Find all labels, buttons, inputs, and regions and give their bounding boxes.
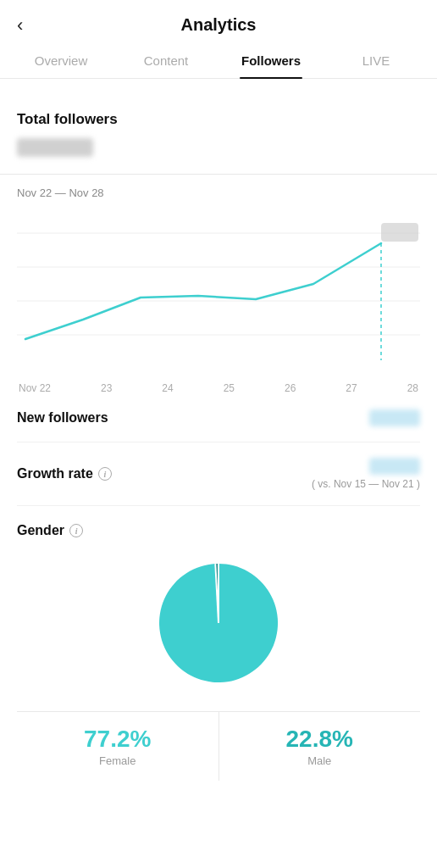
total-followers-value bbox=[17, 138, 93, 157]
new-followers-row: New followers bbox=[17, 394, 420, 442]
main-content: Total followers Nov 22 — Nov 28 Nov 22 2… bbox=[0, 79, 437, 781]
gender-pie-chart bbox=[17, 555, 420, 691]
gender-stats: 77.2% Female 22.8% Male bbox=[17, 711, 420, 781]
x-label-4: 26 bbox=[285, 382, 296, 394]
gender-info-icon[interactable]: i bbox=[69, 524, 83, 537]
tab-live[interactable]: LIVE bbox=[324, 45, 429, 78]
male-stat: 22.8% Male bbox=[219, 712, 421, 781]
growth-rate-info-icon[interactable]: i bbox=[98, 467, 112, 481]
female-percentage: 77.2% bbox=[17, 726, 218, 753]
new-followers-value bbox=[369, 409, 420, 426]
growth-rate-value bbox=[369, 458, 420, 475]
gender-title: Gender i bbox=[17, 523, 420, 538]
chart-x-labels: Nov 22 23 24 25 26 27 28 bbox=[17, 382, 420, 394]
x-label-5: 27 bbox=[346, 382, 357, 394]
total-followers-title: Total followers bbox=[17, 111, 420, 128]
x-label-2: 24 bbox=[162, 382, 173, 394]
gender-section: Gender i 77.2% bbox=[17, 506, 420, 781]
growth-rate-row: Growth rate i ( vs. Nov 15 — Nov 21 ) bbox=[17, 442, 420, 506]
header: ‹ Analytics bbox=[0, 0, 437, 45]
growth-rate-label: Growth rate i bbox=[17, 466, 112, 481]
date-range: Nov 22 — Nov 28 bbox=[17, 186, 420, 199]
page-title: Analytics bbox=[181, 15, 257, 35]
new-followers-label: New followers bbox=[17, 410, 108, 426]
male-label: Male bbox=[219, 754, 421, 767]
back-button[interactable]: ‹ bbox=[17, 16, 23, 35]
tab-overview[interactable]: Overview bbox=[8, 45, 113, 78]
divider-1 bbox=[0, 174, 437, 175]
total-followers-section: Total followers bbox=[17, 111, 420, 174]
x-label-1: 23 bbox=[101, 382, 112, 394]
female-stat: 77.2% Female bbox=[17, 712, 219, 781]
x-label-6: 28 bbox=[407, 382, 418, 394]
male-percentage: 22.8% bbox=[219, 726, 421, 753]
tab-bar: Overview Content Followers LIVE bbox=[0, 45, 437, 79]
x-label-3: 25 bbox=[224, 382, 235, 394]
female-label: Female bbox=[17, 754, 218, 767]
followers-chart bbox=[17, 208, 420, 377]
tab-content[interactable]: Content bbox=[113, 45, 218, 78]
svg-rect-5 bbox=[381, 223, 418, 242]
tab-followers[interactable]: Followers bbox=[218, 45, 324, 78]
growth-rate-right: ( vs. Nov 15 — Nov 21 ) bbox=[312, 458, 420, 490]
growth-rate-compare: ( vs. Nov 15 — Nov 21 ) bbox=[312, 478, 420, 490]
x-label-0: Nov 22 bbox=[19, 382, 51, 394]
